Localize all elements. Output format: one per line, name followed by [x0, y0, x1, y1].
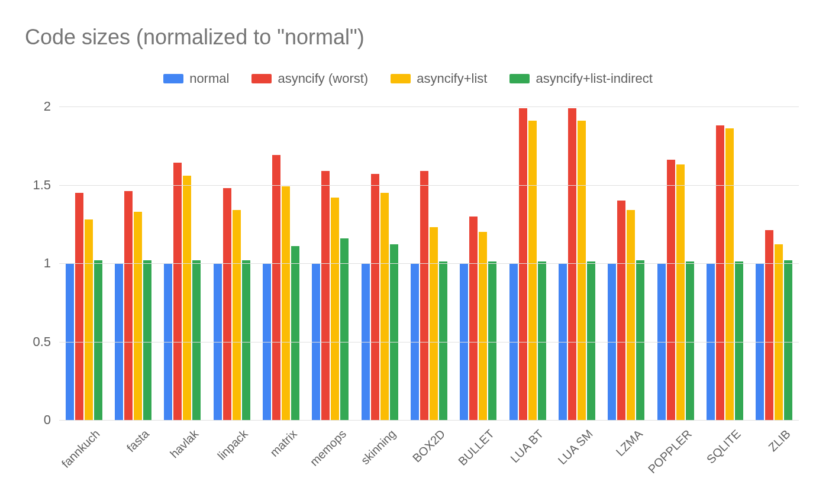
bar: [578, 121, 586, 420]
x-tick-label: LUA SM: [556, 427, 596, 467]
x-label-slot: havlak: [158, 426, 207, 497]
x-tick-label: fasta: [124, 427, 152, 455]
x-tick-label: LUA BT: [508, 427, 547, 466]
bar: [775, 244, 783, 420]
bar: [183, 176, 191, 420]
bar: [371, 174, 379, 420]
bar: [528, 121, 537, 420]
bar: [380, 193, 389, 420]
gridline: [59, 106, 799, 107]
x-tick-label: skinning: [358, 427, 398, 467]
bar: [725, 128, 734, 420]
bar: [75, 193, 83, 420]
x-tick-label: BOX2D: [410, 427, 448, 465]
gridline: [59, 185, 799, 186]
bar: [430, 227, 438, 420]
bar: [282, 186, 290, 420]
x-tick-label: linpack: [215, 427, 250, 463]
bar: [735, 261, 743, 420]
x-label-slot: BULLET: [454, 426, 503, 497]
bar: [568, 108, 576, 420]
legend-label: asyncify+list: [417, 71, 487, 86]
x-label-slot: BOX2D: [404, 426, 453, 497]
y-tick-label: 0: [27, 412, 51, 428]
x-axis-labels: fannkuchfastahavlaklinpackmatrixmemopssk…: [59, 426, 799, 497]
bar: [124, 191, 133, 420]
gridline: [59, 342, 799, 343]
bar: [390, 244, 398, 420]
legend-item-normal: normal: [163, 71, 229, 86]
legend-label: asyncify+list-indirect: [536, 71, 652, 86]
bar: [617, 201, 625, 420]
x-label-slot: memops: [306, 426, 355, 497]
bar: [420, 171, 428, 420]
y-tick-label: 2: [27, 99, 51, 114]
x-label-slot: matrix: [256, 426, 305, 497]
y-tick-label: 1.5: [27, 177, 51, 193]
bar: [488, 261, 496, 420]
bar: [223, 188, 231, 420]
plot-area: 00.511.52: [59, 106, 799, 420]
x-label-slot: POPPLER: [651, 426, 700, 497]
legend-item-asyncify-list: asyncify+list: [391, 71, 487, 86]
bar: [272, 155, 280, 420]
legend-item-asyncify-worst: asyncify (worst): [251, 71, 368, 86]
bar: [242, 260, 250, 420]
bar: [94, 260, 102, 420]
bar: [321, 171, 330, 420]
x-label-slot: LUA SM: [552, 426, 601, 497]
x-label-slot: fannkuch: [59, 426, 108, 497]
bar: [469, 217, 478, 421]
bar: [765, 230, 773, 420]
x-label-slot: skinning: [355, 426, 404, 497]
bar: [538, 261, 546, 420]
legend-label: asyncify (worst): [278, 71, 368, 86]
bar: [439, 261, 447, 420]
bar: [519, 108, 527, 420]
bar: [479, 232, 487, 420]
y-tick-label: 0.5: [27, 334, 51, 350]
x-label-slot: LUA BT: [503, 426, 552, 497]
x-label-slot: SQLITE: [700, 426, 749, 497]
x-label-slot: ZLIB: [750, 426, 799, 497]
x-tick-label: LZMA: [613, 427, 645, 459]
bar: [686, 261, 694, 420]
legend-swatch-icon: [509, 74, 530, 83]
bar: [340, 238, 349, 420]
bar: [173, 163, 182, 420]
bar: [134, 212, 142, 420]
bar: [784, 260, 792, 420]
x-label-slot: fasta: [108, 426, 157, 497]
x-tick-label: BULLET: [456, 427, 498, 469]
legend-label: normal: [189, 71, 229, 86]
bar: [627, 210, 635, 420]
x-tick-label: ZLIB: [766, 427, 793, 454]
gridline: [59, 263, 799, 264]
chart-title: Code sizes (normalized to "normal"): [25, 25, 365, 50]
gridline: [59, 420, 799, 421]
bar: [192, 260, 201, 420]
bar: [716, 125, 724, 420]
x-tick-label: havlak: [167, 427, 201, 461]
bar: [331, 198, 339, 420]
bar: [291, 246, 299, 420]
bar: [636, 260, 644, 420]
bar: [667, 160, 675, 420]
legend-swatch-icon: [391, 74, 411, 83]
chart-container: Code sizes (normalized to "normal") norm…: [0, 0, 816, 504]
legend-item-asyncify-list-indirect: asyncify+list-indirect: [509, 71, 652, 86]
x-tick-label: matrix: [267, 427, 300, 460]
bar: [85, 219, 93, 420]
x-label-slot: linpack: [207, 426, 256, 497]
x-tick-label: POPPLER: [645, 427, 694, 476]
x-tick-label: SQLITE: [704, 427, 744, 467]
bar: [587, 261, 595, 420]
legend-swatch-icon: [251, 74, 272, 83]
x-tick-label: fannkuch: [59, 427, 103, 471]
legend: normal asyncify (worst) asyncify+list as…: [0, 71, 816, 86]
legend-swatch-icon: [163, 74, 183, 83]
bar: [143, 260, 151, 420]
bar: [676, 164, 685, 420]
bar: [233, 210, 241, 420]
x-tick-label: memops: [308, 427, 350, 469]
